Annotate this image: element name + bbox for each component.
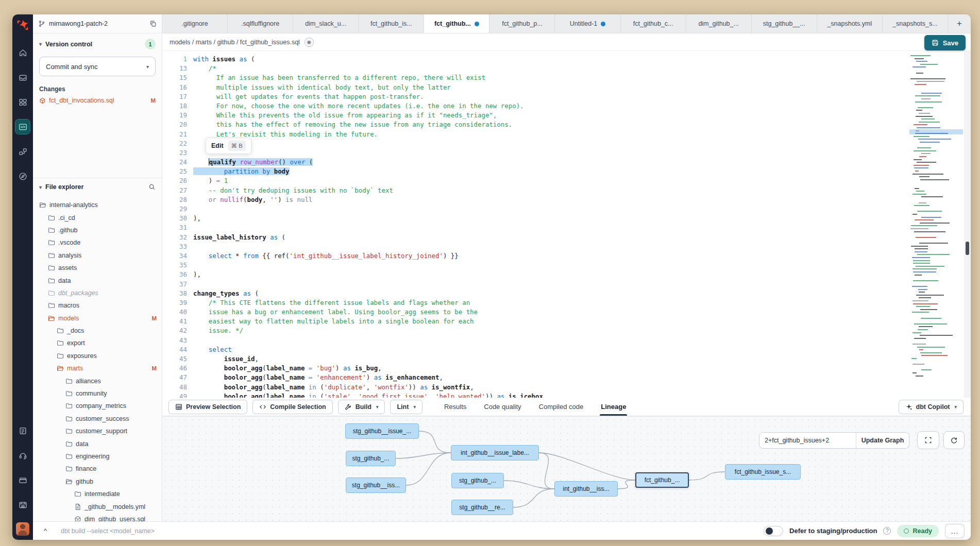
tree-item-data[interactable]: data bbox=[33, 437, 162, 450]
editor-tab-dim-github[interactable]: dim_github_... bbox=[686, 14, 752, 33]
dashboard-icon[interactable] bbox=[15, 95, 30, 109]
home-icon[interactable] bbox=[15, 45, 30, 60]
changed-file-fct-dbt-invocations-sql[interactable]: fct_dbt_invocations.sqlM bbox=[39, 97, 156, 104]
user-avatar[interactable] bbox=[16, 522, 29, 536]
format-icon[interactable]: ◉ bbox=[305, 38, 314, 47]
tree-item-internal-analytics[interactable]: internal-analytics bbox=[33, 199, 162, 211]
line-number: 28 bbox=[162, 195, 187, 204]
editor-tab-snapshots-yml[interactable]: _snapshots.yml bbox=[817, 14, 883, 33]
lineage-node-stg-github-iss[interactable]: stg_github__iss... bbox=[346, 477, 406, 493]
tree-item-engineering[interactable]: engineering bbox=[33, 450, 162, 463]
tab-code-quality[interactable]: Code quality bbox=[484, 398, 521, 416]
more-options-button[interactable]: ... bbox=[945, 524, 965, 538]
lineage-node-stg-github[interactable]: stg_github_... bbox=[451, 473, 504, 488]
tree-item-dim-github-users-sql[interactable]: dim_github_users.sql bbox=[33, 513, 162, 521]
tree-item-intermediate[interactable]: intermediate bbox=[33, 488, 162, 500]
editor-tab-fct-github-is[interactable]: fct_github_is... bbox=[359, 14, 424, 33]
tree-item-export[interactable]: export bbox=[33, 337, 162, 349]
build-button[interactable]: Build▾ bbox=[338, 400, 385, 414]
code-editor[interactable]: 1131516171819202122232425262728293031323… bbox=[162, 51, 971, 398]
editor-tab-fct-github[interactable]: fct_github... bbox=[424, 14, 489, 33]
tree-item-data[interactable]: data bbox=[33, 274, 162, 286]
stack-icon[interactable] bbox=[15, 473, 30, 487]
editor-tab-fct-github-p[interactable]: fct_github_p... bbox=[489, 14, 555, 33]
tree-item-macros[interactable]: macros bbox=[33, 299, 162, 312]
dbt-copilot-button[interactable]: dbt Copilot ▾ bbox=[899, 400, 964, 414]
editor-tab-snapshots-s[interactable]: _snapshots_s... bbox=[883, 14, 948, 33]
editor-tab-untitled-1[interactable]: Untitled-1 bbox=[555, 14, 620, 33]
lineage-node-int-github-issue-labe[interactable]: int_github__issue_labe... bbox=[451, 445, 539, 460]
dbt-command-input[interactable] bbox=[61, 527, 757, 535]
lineage-node-fct-github[interactable]: fct_github_... bbox=[635, 472, 689, 488]
dbt-logo-icon[interactable] bbox=[16, 19, 29, 32]
lineage-canvas[interactable]: Update Graph stg_github__issue_...stg_gi… bbox=[162, 416, 971, 521]
scrollbar-thumb[interactable] bbox=[966, 242, 969, 255]
refresh-button[interactable] bbox=[943, 431, 965, 449]
apps-icon[interactable] bbox=[15, 498, 30, 512]
tree-item-docs[interactable]: _docs bbox=[33, 325, 162, 337]
changed-file-name: fct_dbt_invocations.sql bbox=[49, 97, 114, 104]
defer-toggle[interactable] bbox=[764, 526, 783, 536]
preview-selection-button[interactable]: Preview Selection bbox=[168, 400, 247, 414]
tab-compiled-code[interactable]: Compiled code bbox=[539, 398, 584, 416]
lineage-search-input[interactable] bbox=[759, 433, 856, 448]
minimap[interactable] bbox=[909, 53, 963, 396]
notes-icon[interactable] bbox=[15, 423, 30, 438]
lint-button[interactable]: Lint▾ bbox=[390, 400, 422, 414]
compile-selection-button[interactable]: Compile Selection bbox=[252, 400, 332, 414]
commit-and-sync-button[interactable]: Commit and sync ▾ bbox=[39, 57, 156, 76]
tree-item-customer-success[interactable]: customer_success bbox=[33, 413, 162, 425]
tree-item-exposures[interactable]: exposures bbox=[33, 350, 162, 362]
editor-scrollbar[interactable] bbox=[964, 51, 971, 398]
copy-icon[interactable] bbox=[149, 20, 157, 27]
tab-lineage[interactable]: Lineage bbox=[601, 398, 626, 416]
line-number: 17 bbox=[162, 92, 187, 101]
lineage-node-stg-github-issue[interactable]: stg_github__issue_... bbox=[345, 423, 419, 439]
table-icon bbox=[175, 403, 182, 411]
tree-item-vscode[interactable]: .vscode bbox=[33, 236, 162, 249]
support-icon[interactable] bbox=[15, 448, 30, 463]
orchestrate-icon[interactable] bbox=[15, 144, 30, 159]
breadcrumb[interactable]: models / marts / github / fct_github_iss… bbox=[170, 39, 300, 46]
tree-item-marts[interactable]: martsM bbox=[33, 362, 162, 374]
tree-item-community[interactable]: community bbox=[33, 387, 162, 400]
lineage-node-fct-github-issue-s[interactable]: fct_github_issue_s... bbox=[725, 464, 801, 480]
tree-item-github[interactable]: github bbox=[33, 475, 162, 488]
editor-tab-stg-github[interactable]: stg_github__... bbox=[752, 14, 817, 33]
fullscreen-button[interactable] bbox=[917, 431, 939, 449]
search-icon[interactable] bbox=[148, 183, 156, 191]
tree-item-customer-support[interactable]: customer_support bbox=[33, 425, 162, 437]
develop-icon[interactable] bbox=[15, 120, 30, 134]
tree-item-company-metrics[interactable]: company_metrics bbox=[33, 400, 162, 412]
tree-item-assets[interactable]: assets bbox=[33, 262, 162, 274]
save-button[interactable]: Save bbox=[924, 35, 966, 50]
new-tab-button[interactable]: + bbox=[948, 14, 971, 33]
help-icon[interactable]: ? bbox=[883, 527, 891, 535]
tree-item-analysis[interactable]: analysis bbox=[33, 249, 162, 262]
tree-item-finance[interactable]: finance bbox=[33, 463, 162, 475]
edit-tooltip-label[interactable]: Edit bbox=[211, 141, 224, 150]
tree-item-models[interactable]: modelsM bbox=[33, 312, 162, 325]
editor-tab-dim-slack-u[interactable]: dim_slack_u... bbox=[293, 14, 359, 33]
lineage-node-stg-github-re[interactable]: stg_github__re... bbox=[451, 500, 513, 515]
version-control-header[interactable]: ▾ Version control 1 bbox=[39, 39, 156, 49]
editor-tab-sqlfluffignore[interactable]: .sqlfluffignore bbox=[228, 14, 293, 33]
lineage-node-stg-github[interactable]: stg_github_... bbox=[346, 451, 396, 466]
tree-item-dbt-packages[interactable]: dbt_packages bbox=[33, 287, 162, 299]
line-number: 40 bbox=[162, 308, 187, 317]
tab-results[interactable]: Results bbox=[444, 398, 466, 416]
model-icon bbox=[39, 97, 46, 104]
tree-item-github[interactable]: .github bbox=[33, 224, 162, 236]
update-graph-button[interactable]: Update Graph bbox=[856, 433, 909, 448]
inbox-icon[interactable] bbox=[15, 70, 30, 84]
tree-item-alliances[interactable]: alliances bbox=[33, 374, 162, 387]
explore-icon[interactable] bbox=[15, 169, 30, 183]
lineage-node-int-github-iss[interactable]: int_github__iss... bbox=[554, 481, 618, 497]
branch-name[interactable]: mirnawong1-patch-2 bbox=[49, 20, 146, 27]
editor-tab-gitignore[interactable]: .gitignore bbox=[162, 14, 228, 33]
tree-item-github-models-yml[interactable]: _github__models.yml bbox=[33, 500, 162, 513]
editor-tab-fct-github-c[interactable]: fct_github_c... bbox=[621, 14, 686, 33]
tree-item-ci-cd[interactable]: .ci_cd bbox=[33, 211, 162, 224]
collapse-panel-button[interactable]: ^ bbox=[36, 527, 55, 535]
file-explorer-header[interactable]: ▾ File explorer bbox=[33, 178, 162, 196]
